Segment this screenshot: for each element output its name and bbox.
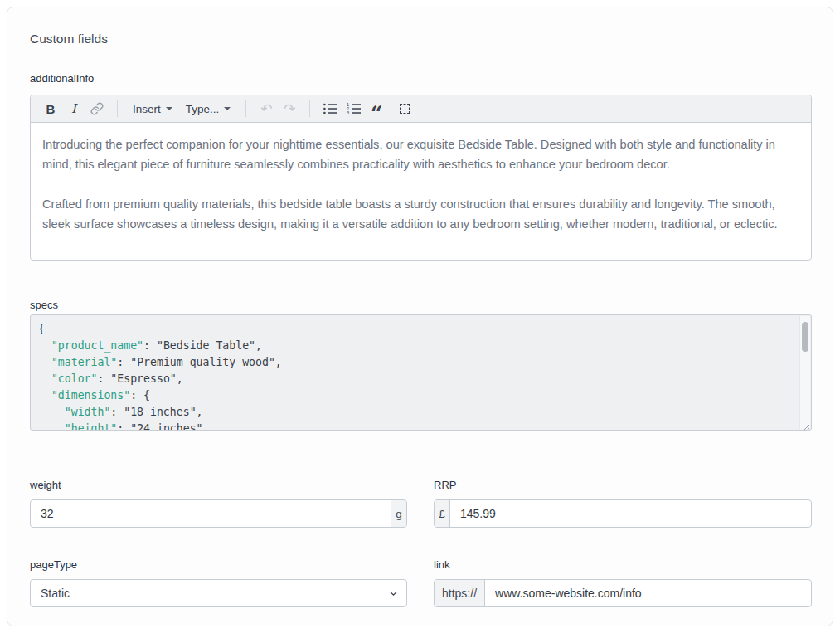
link-button[interactable] [87, 99, 107, 119]
insert-dropdown-label: Insert [133, 103, 161, 115]
svg-text:3: 3 [347, 110, 349, 115]
code-line: "dimensions": { [38, 387, 789, 404]
specs-label: specs [30, 299, 58, 311]
additional-info-label: additionalInfo [30, 72, 94, 85]
page-type-label: pageType [30, 558, 77, 571]
undo-button[interactable]: ↶ [256, 99, 276, 119]
code-line: "height": "24 inches" [38, 421, 789, 431]
numbered-list-icon: 123 [347, 102, 361, 115]
rich-text-editor: B I Insert Type... ↶ ↷ [30, 95, 812, 261]
caret-down-icon [224, 107, 231, 110]
link-input-group: https:// [434, 579, 812, 607]
dashed-square-button[interactable] [395, 99, 415, 119]
italic-button[interactable]: I [64, 99, 84, 119]
bullet-list-button[interactable] [320, 99, 340, 119]
type-dropdown-label: Type... [186, 103, 220, 115]
type-dropdown[interactable]: Type... [181, 99, 236, 119]
weight-input-group: g [30, 499, 407, 528]
rrp-currency-addon: £ [435, 500, 450, 527]
weight-input[interactable] [31, 500, 391, 527]
redo-button[interactable]: ↷ [279, 99, 299, 119]
blockquote-button[interactable]: “ [367, 99, 386, 119]
insert-dropdown[interactable]: Insert [128, 99, 177, 119]
bullet-list-icon [323, 102, 337, 115]
rrp-input[interactable] [450, 500, 811, 527]
custom-fields-card: Custom fields additionalInfo B I Insert [7, 7, 833, 626]
specs-scrollbar-thumb[interactable] [802, 322, 808, 352]
rte-content[interactable]: Introducing the perfect companion for yo… [31, 123, 811, 261]
editor-paragraph: Crafted from premium quality materials, … [42, 194, 799, 234]
page-type-select-wrap: Static [30, 579, 407, 607]
page-type-select[interactable]: Static [30, 579, 407, 607]
specs-scrollbar[interactable] [799, 316, 810, 429]
editor-paragraph: Introducing the perfect companion for yo… [42, 134, 799, 174]
toolbar-divider [309, 100, 310, 117]
toolbar-divider [245, 100, 246, 117]
code-line: "color": "Espresso", [38, 371, 789, 387]
link-input[interactable] [485, 580, 811, 606]
rrp-input-group: £ [434, 499, 812, 528]
code-line: "material": "Premium quality wood", [38, 354, 789, 371]
code-line: { [38, 321, 789, 338]
numbered-list-button[interactable]: 123 [343, 99, 363, 119]
card-title: Custom fields [30, 32, 108, 46]
code-line: "width": "18 inches", [38, 404, 789, 421]
code-line: "product_name": "Bedside Table", [38, 338, 789, 354]
dashed-square-icon [400, 104, 410, 114]
toolbar-divider [117, 100, 118, 117]
specs-code: { "product_name": "Bedside Table", "mate… [31, 315, 811, 431]
weight-unit-addon: g [391, 500, 406, 527]
rte-toolbar: B I Insert Type... ↶ ↷ [31, 95, 811, 123]
rrp-label: RRP [434, 479, 456, 491]
bold-button[interactable]: B [41, 99, 61, 119]
resize-handle[interactable] [801, 420, 809, 428]
link-icon [90, 102, 104, 115]
link-protocol-addon: https:// [435, 580, 485, 606]
specs-textarea[interactable]: { "product_name": "Bedside Table", "mate… [30, 314, 812, 431]
caret-down-icon [166, 107, 172, 110]
weight-label: weight [30, 479, 61, 491]
link-label: link [434, 558, 450, 571]
